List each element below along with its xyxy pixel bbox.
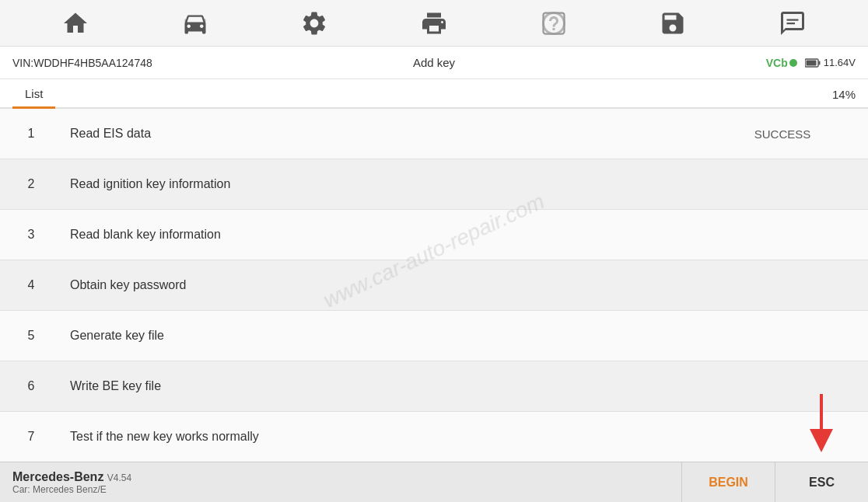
brand-name: Mercedes-Benz V4.54 — [12, 470, 669, 484]
car-model: Car: Mercedes Benz/E — [12, 484, 669, 495]
tab-list[interactable]: List — [12, 81, 55, 109]
row-number: 2 — [0, 177, 62, 191]
table-row: 7 Test if the new key works normally — [0, 412, 868, 462]
vcb-label: VCb — [766, 57, 788, 69]
battery-indicator: 11.64V — [805, 57, 856, 68]
print-icon[interactable] — [415, 4, 453, 43]
home-icon[interactable] — [56, 4, 95, 43]
battery-icon — [805, 58, 821, 68]
page-title: Add key — [293, 56, 574, 69]
row-number: 4 — [0, 278, 62, 292]
row-label: Read blank key information — [62, 228, 697, 242]
bottom-bar: Mercedes-Benz V4.54 Car: Mercedes Benz/E… — [0, 462, 868, 502]
red-arrow — [798, 394, 845, 456]
table-row: 4 Obtain key password — [0, 260, 868, 311]
status-bar: VIN:WDDHF4HB5AA124748 Add key VCb 11.64V — [0, 47, 868, 79]
vin-display: VIN:WDDHF4HB5AA124748 — [12, 57, 293, 69]
bottom-info: Mercedes-Benz V4.54 Car: Mercedes Benz/E — [0, 470, 681, 495]
battery-voltage: 11.64V — [824, 57, 856, 68]
help-icon[interactable] — [534, 4, 573, 43]
row-label: Write BE key file — [62, 379, 697, 393]
vcb-indicator: VCb — [766, 57, 797, 69]
settings-icon[interactable] — [295, 4, 334, 43]
row-status: SUCCESS — [697, 127, 868, 141]
status-right: VCb 11.64V — [575, 57, 856, 69]
svg-marker-5 — [810, 429, 833, 452]
message-icon[interactable] — [773, 4, 812, 43]
row-number: 3 — [0, 228, 62, 242]
table-row: 6 Write BE key file — [0, 361, 868, 412]
table-row: 3 Read blank key information — [0, 210, 868, 260]
version-label: V4.54 — [107, 472, 131, 483]
table-row: 2 Read ignition key information — [0, 159, 868, 210]
car-icon[interactable] — [176, 4, 215, 43]
row-label: Obtain key password — [62, 278, 697, 292]
tab-bar: List 14% — [0, 79, 868, 109]
save-icon[interactable] — [653, 4, 692, 43]
row-label: Read EIS data — [62, 127, 697, 141]
table-row: 1 Read EIS data SUCCESS — [0, 109, 868, 159]
row-label: Test if the new key works normally — [62, 430, 697, 444]
row-label: Generate key file — [62, 329, 697, 343]
vcb-dot — [789, 59, 797, 67]
svg-rect-2 — [818, 61, 820, 64]
toolbar — [0, 0, 868, 47]
row-number: 1 — [0, 127, 62, 141]
row-number: 7 — [0, 430, 62, 444]
begin-button[interactable]: BEGIN — [681, 462, 775, 503]
table-row: 5 Generate key file — [0, 311, 868, 361]
svg-rect-3 — [806, 60, 816, 65]
steps-table: 1 Read EIS data SUCCESS 2 Read ignition … — [0, 109, 868, 462]
row-label: Read ignition key information — [62, 177, 697, 191]
row-number: 5 — [0, 329, 62, 343]
main-content: 1 Read EIS data SUCCESS 2 Read ignition … — [0, 109, 868, 462]
row-number: 6 — [0, 379, 62, 393]
esc-button[interactable]: ESC — [775, 462, 868, 503]
progress-percent: 14% — [832, 82, 856, 107]
